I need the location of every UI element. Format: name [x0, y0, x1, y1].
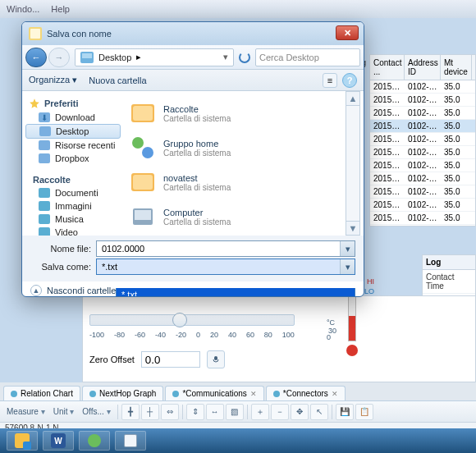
breadcrumb-label[interactable]: Desktop: [98, 53, 131, 62]
item-sub: Cartella di sistema: [163, 183, 231, 192]
sidebar-item-documents[interactable]: Documenti: [22, 186, 124, 199]
slider-ticks: -100-80-60-40-20020406080100: [89, 331, 295, 339]
new-folder-button[interactable]: Nuova cartella: [89, 76, 146, 85]
sidebar-item-desktop[interactable]: Desktop: [25, 124, 121, 139]
tab-communications[interactable]: *Communications✕: [165, 386, 263, 400]
sidebar-item-music[interactable]: Musica: [22, 213, 124, 226]
col-address[interactable]: Address ID: [405, 55, 441, 80]
list-item[interactable]: RaccolteCartella di sistema: [127, 96, 360, 130]
table-row[interactable]: 2015-12-...0102-00...35.0: [370, 199, 475, 212]
tool-zoom-in-h[interactable]: ⇔: [161, 404, 179, 420]
tool-zoom-out-v[interactable]: ┼: [141, 404, 159, 420]
tool-fit-h[interactable]: ↔: [206, 404, 224, 420]
tab-relation-chart[interactable]: Relation Chart: [3, 386, 80, 400]
tool-pan[interactable]: ✥: [291, 404, 309, 420]
sidebar-libraries-header[interactable]: Raccolte: [22, 173, 124, 186]
scrollbar[interactable]: ▲ ▼: [346, 91, 360, 236]
sidebar-item-video[interactable]: Video: [22, 226, 124, 236]
sidebar-item-label: Desktop: [56, 126, 89, 136]
sidebar-item-label: Video: [55, 227, 78, 236]
offset-slider[interactable]: [89, 314, 295, 326]
tool-fit-v[interactable]: ⇕: [186, 404, 204, 420]
forward-button[interactable]: →: [48, 48, 70, 67]
sidebar-item-recent[interactable]: Risorse recenti: [22, 139, 124, 152]
tab-connectors[interactable]: *Connectors✕: [266, 386, 346, 400]
data-table[interactable]: Contact ... Address ID Mt device 2015-12…: [369, 54, 476, 226]
taskbar-outlook[interactable]: [7, 431, 38, 451]
zero-offset-input[interactable]: [141, 351, 200, 368]
table-row[interactable]: 2015-12-...0102-00...35.0: [370, 146, 475, 159]
table-row[interactable]: 2015-12-...0102-00...35.0: [370, 133, 475, 146]
view-mode-button[interactable]: ≡: [323, 73, 337, 88]
hide-folders-link[interactable]: Nascondi cartelle: [47, 286, 116, 295]
tab-close-icon[interactable]: ✕: [250, 390, 257, 398]
dialog-title: Salva con nome: [47, 29, 112, 39]
filename-combo[interactable]: 0102.0000 ▾: [96, 240, 355, 257]
type-drop[interactable]: ▾: [340, 259, 355, 274]
slider-thumb[interactable]: [172, 313, 187, 327]
tool-zoom-in[interactable]: ＋: [251, 404, 269, 420]
col-device[interactable]: Mt device: [441, 55, 472, 80]
scroll-up[interactable]: ▲: [346, 91, 360, 106]
sidebar-item-images[interactable]: Immagini: [22, 199, 124, 213]
type-dropdown-list[interactable]: *.txt*.csv*.*: [116, 288, 355, 297]
table-row[interactable]: 2015-12-...0102-00...35.0: [370, 120, 475, 133]
tick-label: -100: [89, 331, 104, 339]
dialog-titlebar[interactable]: Salva con nome ✕: [22, 22, 364, 45]
refresh-button[interactable]: [239, 52, 250, 63]
sidebar-item-download[interactable]: Download: [22, 111, 124, 124]
taskbar-word[interactable]: W: [43, 431, 74, 451]
offset-drop[interactable]: Offs...: [82, 407, 110, 416]
table-row[interactable]: 2015-12-...0102-00...35.0: [370, 185, 475, 199]
type-option[interactable]: *.txt: [117, 288, 355, 297]
taskbar-app[interactable]: [115, 431, 146, 451]
breadcrumb-sep[interactable]: ▸: [136, 52, 141, 62]
svg-rect-0: [214, 356, 217, 360]
menu-help[interactable]: Help: [51, 4, 70, 14]
item-sub: Cartella di sistema: [163, 114, 231, 123]
tab-close-icon[interactable]: ✕: [332, 390, 338, 398]
library-icon: [39, 227, 50, 236]
tool-copy[interactable]: 📋: [355, 404, 373, 420]
table-row[interactable]: 2015-12-...0102-00...35.0: [370, 212, 475, 225]
tab-nexthop-graph[interactable]: NextHop Graph: [82, 386, 163, 400]
list-item[interactable]: Rete: [127, 234, 360, 236]
table-row[interactable]: 2015-12-...0102-00...35.0: [370, 94, 475, 107]
list-item[interactable]: ComputerCartella di sistema: [127, 199, 360, 234]
taskbar-app-green[interactable]: [79, 431, 110, 451]
word-icon: W: [51, 433, 66, 448]
menu-window[interactable]: Windo...: [7, 4, 39, 14]
list-item[interactable]: Gruppo homeCartella di sistema: [127, 130, 360, 165]
tool-save[interactable]: 💾: [336, 404, 354, 420]
measure-drop[interactable]: Measure: [7, 407, 45, 416]
right-log-col[interactable]: Contact Time: [423, 270, 475, 294]
back-button[interactable]: ←: [25, 48, 47, 67]
table-row[interactable]: 2015-12-...0102-00...35.0: [370, 80, 475, 94]
tool-zoom-in-v[interactable]: ╋: [121, 404, 140, 420]
tab-label: Relation Chart: [21, 389, 73, 398]
col-contact[interactable]: Contact ...: [370, 55, 405, 80]
expander-icon[interactable]: ▲: [30, 285, 42, 296]
breadcrumb-drop[interactable]: ▾: [223, 52, 228, 62]
table-row[interactable]: 2015-12-...0102-00...35.0: [370, 107, 475, 120]
file-list[interactable]: RaccolteCartella di sistemaGruppo homeCa…: [124, 91, 364, 236]
unit-drop[interactable]: Unit: [53, 407, 75, 416]
type-combo[interactable]: *.txt ▾: [96, 259, 355, 275]
search-input[interactable]: Cerca Desktop: [255, 48, 360, 66]
organize-button[interactable]: Organizza ▾: [29, 75, 77, 85]
table-row[interactable]: 2015-12-...0102-00...35.0: [370, 172, 475, 185]
tool-zoom-out[interactable]: －: [271, 404, 289, 420]
sidebar-item-dropbox[interactable]: Dropbox: [22, 152, 124, 165]
tool-grid[interactable]: ▧: [226, 404, 244, 420]
sidebar-favorites-header[interactable]: Preferiti: [22, 96, 124, 111]
filename-drop[interactable]: ▾: [340, 241, 355, 256]
tool-pointer[interactable]: ↖: [310, 404, 328, 420]
list-item[interactable]: novatestCartella di sistema: [127, 165, 360, 199]
table-row[interactable]: 2015-12-...0102-00...35.0: [370, 159, 475, 172]
scroll-down[interactable]: ▼: [346, 221, 360, 236]
close-button[interactable]: ✕: [336, 25, 359, 40]
mic-button[interactable]: [207, 350, 225, 368]
item-name: Computer: [163, 208, 231, 217]
breadcrumb[interactable]: Desktop ▸ ▾: [75, 48, 234, 66]
help-button[interactable]: ?: [342, 73, 357, 88]
